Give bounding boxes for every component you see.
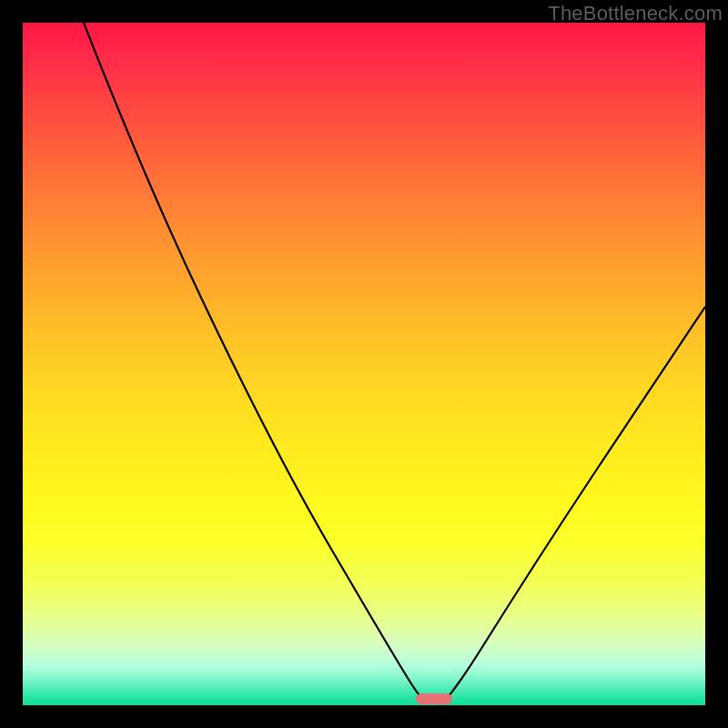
x-axis-band: [23, 705, 705, 728]
chart-container: TheBottleneck.com: [0, 0, 728, 728]
left-branch-curve: [84, 23, 424, 702]
y-axis-band: [0, 0, 23, 728]
right-branch-curve: [444, 307, 705, 702]
watermark-text: TheBottleneck.com: [548, 2, 723, 25]
curve-layer: [23, 23, 705, 705]
optimal-marker: [416, 693, 452, 704]
